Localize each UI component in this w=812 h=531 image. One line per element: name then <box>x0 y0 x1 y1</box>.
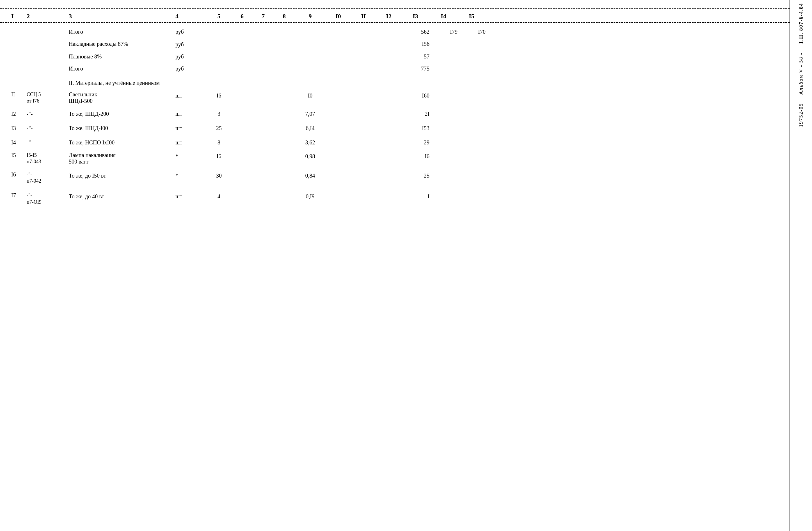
row-price: I0 <box>295 91 325 99</box>
row-price: 3,62 <box>295 139 325 146</box>
row-ref: -"- <box>27 139 69 146</box>
row-unit: шт <box>175 91 206 99</box>
row-col13: 2I <box>401 111 430 117</box>
right-sidebar: Т.П. 807-6-4.84 Альбом V - 58 - 19752-05 <box>789 0 812 531</box>
table-row: I7 -"-п7-OI9 То же, до 40 вт шт 4 0,I9 I <box>0 188 789 209</box>
row-col13: I60 <box>401 91 430 99</box>
row-ref: -"-п7-OI9 <box>27 192 69 205</box>
col-header-11: II <box>351 13 376 20</box>
col-header-13: I3 <box>401 13 430 20</box>
row-col13: 57 <box>401 53 430 60</box>
row-ref: I5-I5п7-043 <box>27 152 69 165</box>
row-col13: 775 <box>401 66 430 72</box>
row-label: То же, НСПО IxI00 <box>69 139 175 146</box>
col-header-7: 7 <box>252 13 274 20</box>
row-label: Накладные расходы 87% <box>69 41 175 47</box>
section-title: II. Материалы, не учтённые ценником <box>69 80 175 86</box>
col-header-6: 6 <box>232 13 252 20</box>
row-unit: шт <box>175 111 206 117</box>
row-num: I5 <box>11 152 27 158</box>
row-label: Итого <box>69 66 175 72</box>
row-qty: 8 <box>206 139 232 146</box>
row-num: I2 <box>11 111 27 117</box>
row-label: Лампа накаливания500 ватт <box>69 152 175 165</box>
row-qty: 25 <box>206 125 232 131</box>
section-header: II. Материалы, не учтённые ценником <box>0 75 789 89</box>
row-label: Итого <box>69 29 175 35</box>
row-num: I6 <box>11 171 27 178</box>
table-row: Плановые 8% руб 57 <box>0 51 789 62</box>
sidebar-text-top: Т.П. 807-6-4.84 <box>798 3 804 44</box>
row-col13: I6 <box>401 152 430 159</box>
row-qty: 30 <box>206 171 232 179</box>
row-col15: I70 <box>458 29 485 35</box>
row-label: То же, ШЦД-I00 <box>69 125 175 131</box>
col-header-10: I0 <box>325 13 351 20</box>
row-label: То же, ШЦД-200 <box>69 111 175 117</box>
page-container: Т.П. 807-6-4.84 Альбом V - 58 - 19752-05… <box>0 0 812 531</box>
sidebar-text-bottom: 19752-05 <box>798 103 804 127</box>
sidebar-text-mid: Альбом V - 58 - <box>798 53 804 95</box>
row-price: 0,84 <box>295 171 325 179</box>
col-header-12: I2 <box>376 13 401 20</box>
table-row: Итого руб 562 I79 I70 <box>0 26 789 38</box>
row-col13: I53 <box>401 125 430 131</box>
row-col13: 25 <box>401 171 430 179</box>
row-unit: * <box>175 152 206 159</box>
column-headers: I 2 3 4 5 6 7 8 9 I0 II I2 I3 I4 I5 <box>0 9 789 23</box>
table-row: Итого руб 775 <box>0 62 789 75</box>
row-col14: I79 <box>430 29 458 35</box>
row-col13: 562 <box>401 29 430 35</box>
row-col13: 29 <box>401 139 430 146</box>
row-col13: I56 <box>401 41 430 47</box>
row-unit: руб <box>175 53 206 60</box>
row-unit: шт <box>175 139 206 146</box>
row-qty: I6 <box>206 91 232 99</box>
table-row: I4 -"- То же, НСПО IxI00 шт 8 3,62 29 <box>0 136 789 150</box>
row-unit: руб <box>175 29 206 35</box>
row-num: II <box>11 91 27 98</box>
col-header-5: 5 <box>206 13 232 20</box>
col-header-9: 9 <box>295 13 325 20</box>
row-label: СветильникШЦД-500 <box>69 91 175 104</box>
row-ref: -"- <box>27 111 69 117</box>
row-unit: шт <box>175 125 206 131</box>
row-num: I7 <box>11 192 27 199</box>
col-header-1: I <box>11 13 27 20</box>
col-header-4: 4 <box>175 13 206 20</box>
row-col13: I <box>401 192 430 200</box>
col-header-8: 8 <box>274 13 295 20</box>
row-price: 0,I9 <box>295 192 325 200</box>
row-qty: I6 <box>206 152 232 159</box>
table-row: II ССЦ 5от I76 СветильникШЦД-500 шт I6 I… <box>0 89 789 107</box>
row-qty: 3 <box>206 111 232 117</box>
col-header-14: I4 <box>430 13 458 20</box>
main-content: Итого руб 562 I79 I70 Накладные расходы … <box>0 23 789 212</box>
col-header-15: I5 <box>458 13 485 20</box>
row-num: I3 <box>11 125 27 131</box>
row-unit: шт <box>175 192 206 200</box>
table-row: I5 I5-I5п7-043 Лампа накаливания500 ватт… <box>0 150 789 167</box>
col-header-3: 3 <box>69 13 175 20</box>
table-row: I2 -"- То же, ШЦД-200 шт 3 7,07 2I <box>0 107 789 121</box>
row-price: 7,07 <box>295 111 325 117</box>
row-unit: руб <box>175 41 206 48</box>
col-header-2: 2 <box>27 13 69 20</box>
row-ref: -"-п7-042 <box>27 171 69 185</box>
table-row: Накладные расходы 87% руб I56 <box>0 38 789 51</box>
row-label: То же, до I50 вт <box>69 171 175 179</box>
row-price: 6,I4 <box>295 125 325 131</box>
table-row: I3 -"- То же, ШЦД-I00 шт 25 6,I4 I53 <box>0 121 789 136</box>
row-label: То же, до 40 вт <box>69 192 175 200</box>
row-num: I4 <box>11 139 27 146</box>
row-unit: руб <box>175 66 206 72</box>
row-qty: 4 <box>206 192 232 200</box>
row-unit: * <box>175 171 206 179</box>
row-ref: ССЦ 5от I76 <box>27 91 69 104</box>
table-row: I6 -"-п7-042 То же, до I50 вт * 30 0,84 … <box>0 167 789 188</box>
row-label: Плановые 8% <box>69 53 175 60</box>
row-price: 0,98 <box>295 152 325 159</box>
row-ref: -"- <box>27 125 69 131</box>
